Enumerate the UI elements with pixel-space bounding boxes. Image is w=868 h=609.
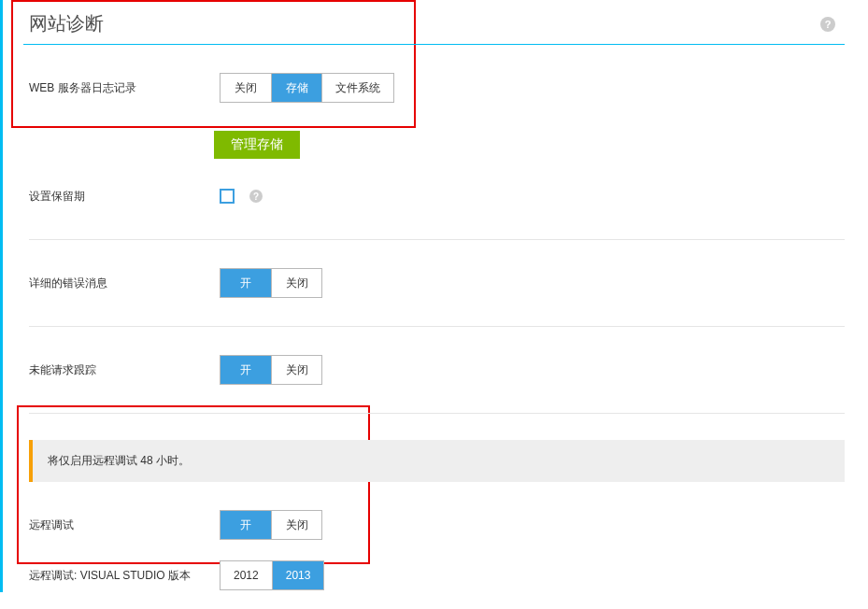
option-2012[interactable]: 2012 xyxy=(221,561,272,589)
section-header: 网站诊断 ? xyxy=(23,0,845,45)
label-failed-request-tracing: 未能请求跟踪 xyxy=(29,362,220,378)
divider xyxy=(29,326,845,327)
label-web-server-logging: WEB 服务器日志记录 xyxy=(29,80,220,96)
help-icon[interactable]: ? xyxy=(820,17,835,32)
help-icon[interactable]: ? xyxy=(249,190,263,203)
label-remote-debugging: 远程调试 xyxy=(29,517,220,533)
option-on[interactable]: 开 xyxy=(221,511,271,539)
option-storage[interactable]: 存储 xyxy=(271,74,321,102)
manage-storage-button[interactable]: 管理存储 xyxy=(214,131,300,159)
row-set-retention: 设置保留期 ? xyxy=(23,179,845,213)
toggle-failed-request-tracing: 开 关闭 xyxy=(220,355,322,385)
toggle-web-server-logging: 关闭 存储 文件系统 xyxy=(220,73,394,103)
option-filesystem[interactable]: 文件系统 xyxy=(321,74,393,102)
page-container: 网站诊断 ? WEB 服务器日志记录 关闭 存储 文件系统 管理存储 设置保留期… xyxy=(0,0,868,592)
option-on[interactable]: 开 xyxy=(221,269,271,297)
checkbox-set-retention[interactable] xyxy=(220,189,235,204)
divider xyxy=(29,413,845,414)
toggle-remote-debugging: 开 关闭 xyxy=(220,510,322,540)
row-remote-debugging: 远程调试 开 关闭 xyxy=(23,508,845,542)
row-web-server-logging: WEB 服务器日志记录 关闭 存储 文件系统 xyxy=(23,71,845,105)
row-failed-request-tracing: 未能请求跟踪 开 关闭 xyxy=(23,353,845,387)
label-set-retention: 设置保留期 xyxy=(29,189,220,205)
option-off[interactable]: 关闭 xyxy=(271,269,321,297)
toggle-vs-version: 2012 2013 xyxy=(220,560,324,590)
option-on[interactable]: 开 xyxy=(221,356,271,384)
label-detailed-errors: 详细的错误消息 xyxy=(29,276,220,291)
row-remote-debug-vs-version: 远程调试: VISUAL STUDIO 版本 2012 2013 xyxy=(23,559,845,592)
option-off[interactable]: 关闭 xyxy=(271,511,321,539)
option-2013[interactable]: 2013 xyxy=(272,561,324,589)
toggle-detailed-errors: 开 关闭 xyxy=(220,268,322,298)
section-title: 网站诊断 xyxy=(23,11,104,36)
option-off[interactable]: 关闭 xyxy=(221,74,271,102)
divider xyxy=(29,239,845,240)
row-detailed-errors: 详细的错误消息 开 关闭 xyxy=(23,266,845,300)
option-off[interactable]: 关闭 xyxy=(271,356,321,384)
notice-remote-debug-48h: 将仅启用远程调试 48 小时。 xyxy=(29,440,845,482)
label-remote-debug-vs-version: 远程调试: VISUAL STUDIO 版本 xyxy=(29,568,220,584)
